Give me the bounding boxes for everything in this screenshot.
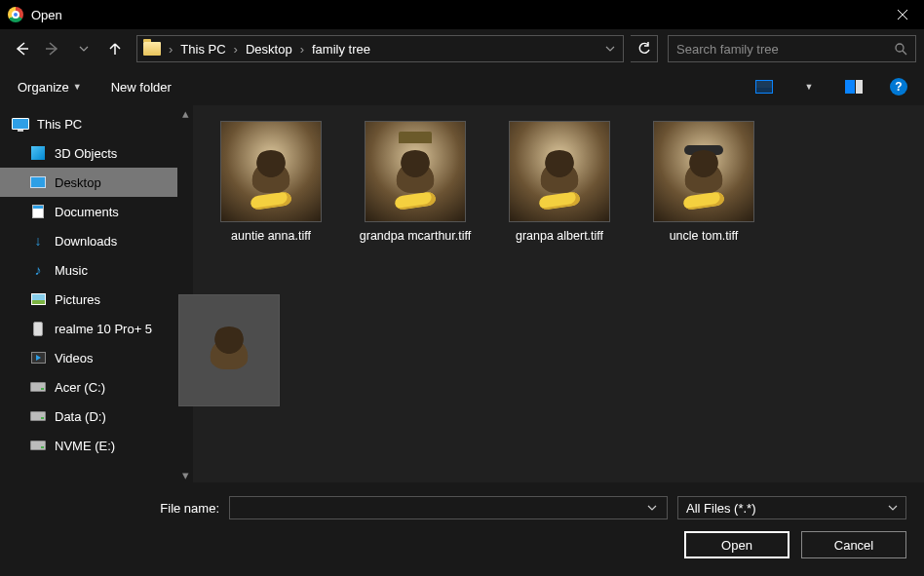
svg-rect-10 [856,80,863,94]
filename-input[interactable] [236,501,643,516]
filename-combobox[interactable] [229,496,668,519]
tree-drive-d[interactable]: Data (D:) [0,402,177,431]
new-folder-button[interactable]: New folder [105,76,177,98]
tree-pictures[interactable]: Pictures [0,285,177,314]
toolbar: Organize ▼ New folder ▼ ? [0,68,924,105]
tree-videos[interactable]: Videos [0,343,177,372]
filter-label: All Files (*.*) [686,501,756,516]
download-icon: ↓ [29,233,47,249]
forward-button[interactable] [39,35,66,62]
tree-label: 3D Objects [55,146,117,161]
address-bar[interactable]: › This PC › Desktop › family tree [136,35,624,62]
file-item[interactable]: grandpa mcarthur.tiff [347,117,483,249]
title-bar: Open [0,0,924,29]
scroll-up-icon[interactable]: ▴ [177,105,193,121]
document-icon [29,204,47,219]
pc-icon [12,116,29,132]
tree-label: Acer (C:) [55,380,105,395]
sidebar-scrollbar[interactable]: ▴ ▾ [177,105,193,482]
breadcrumb-this-pc[interactable]: This PC [174,42,231,57]
back-button[interactable] [8,35,35,62]
filename-label: File name: [160,501,219,516]
view-mode-button[interactable] [751,75,778,98]
recent-dropdown[interactable] [70,35,97,62]
svg-rect-9 [845,80,855,94]
tree-this-pc[interactable]: This PC [0,109,177,138]
tree-label: Documents [55,205,119,219]
file-thumbnail [365,121,466,222]
up-button[interactable] [101,35,129,62]
scroll-track[interactable] [177,121,193,467]
desktop-icon [29,174,47,190]
tree-label: Desktop [55,175,101,190]
tree-drive-c[interactable]: Acer (C:) [0,372,177,402]
help-button[interactable]: ? [885,75,912,98]
chevron-down-icon [79,44,89,54]
thumbnails-icon [755,80,773,94]
organize-label: Organize [18,80,69,95]
file-item[interactable]: auntie anna.tiff [203,117,339,249]
phone-icon [29,321,47,336]
new-folder-label: New folder [111,80,172,95]
file-item[interactable]: uncle tom.tiff [635,117,772,249]
chevron-down-icon[interactable] [643,503,661,513]
chevron-down-icon [605,44,615,54]
drive-icon [29,438,47,453]
drive-icon [29,379,47,395]
file-item[interactable]: granpa albert.tiff [491,117,628,249]
open-button-label: Open [721,538,752,553]
tree-label: realme 10 Pro+ 5 [55,322,152,336]
open-button[interactable]: Open [684,531,789,558]
dialog-footer: File name: All Files (*.*) Open Cancel [0,482,924,576]
cancel-button[interactable]: Cancel [801,531,906,558]
file-name: auntie anna.tiff [231,228,311,245]
tree-phone[interactable]: realme 10 Pro+ 5 [0,314,177,343]
folder-icon [143,42,161,56]
search-box[interactable] [668,35,916,62]
chevron-right-icon: › [232,42,240,57]
help-icon: ? [890,78,907,96]
chevron-down-icon [888,503,898,513]
drive-icon [29,408,47,424]
arrow-up-icon [107,41,123,57]
view-dropdown[interactable]: ▼ [795,75,823,98]
svg-rect-8 [756,88,772,93]
tree-3d-objects[interactable]: 3D Objects [0,138,177,168]
search-icon [894,42,907,56]
tree-label: Videos [55,351,94,365]
tree-label: NVME (E:) [55,439,115,453]
file-grid: auntie anna.tiff grandpa mcarthur.tiff g… [193,105,924,482]
preview-pane-button[interactable] [840,75,867,98]
scroll-thumb[interactable] [178,294,280,406]
tree-drive-e[interactable]: NVME (E:) [0,431,177,460]
chrome-icon [8,7,23,22]
chevron-right-icon: › [167,42,174,57]
music-icon: ♪ [29,262,47,278]
file-thumbnail [509,121,610,222]
tree-desktop[interactable]: Desktop [0,168,177,197]
tree-music[interactable]: ♪ Music [0,255,177,285]
svg-point-4 [896,44,904,52]
file-type-filter[interactable]: All Files (*.*) [677,496,906,519]
file-thumbnail [653,121,754,222]
pictures-icon [29,291,47,307]
preview-pane-icon [845,80,863,94]
organize-menu[interactable]: Organize ▼ [12,76,88,98]
chevron-right-icon: › [298,42,306,57]
refresh-button[interactable] [631,35,658,62]
breadcrumb-desktop[interactable]: Desktop [240,42,298,57]
file-name: grandpa mcarthur.tiff [360,228,471,245]
cancel-button-label: Cancel [834,538,873,553]
file-name: granpa albert.tiff [516,228,603,245]
video-icon [29,350,47,365]
nav-tree: This PC 3D Objects Desktop Documents ↓ D… [0,105,177,464]
nav-bar: › This PC › Desktop › family tree [0,29,924,68]
cube-icon [29,145,47,161]
scroll-down-icon[interactable]: ▾ [177,467,193,482]
tree-documents[interactable]: Documents [0,197,177,226]
close-button[interactable] [881,0,924,29]
breadcrumb-current[interactable]: family tree [306,42,376,57]
search-input[interactable] [676,42,894,57]
address-dropdown[interactable] [601,44,619,54]
tree-downloads[interactable]: ↓ Downloads [0,226,177,255]
